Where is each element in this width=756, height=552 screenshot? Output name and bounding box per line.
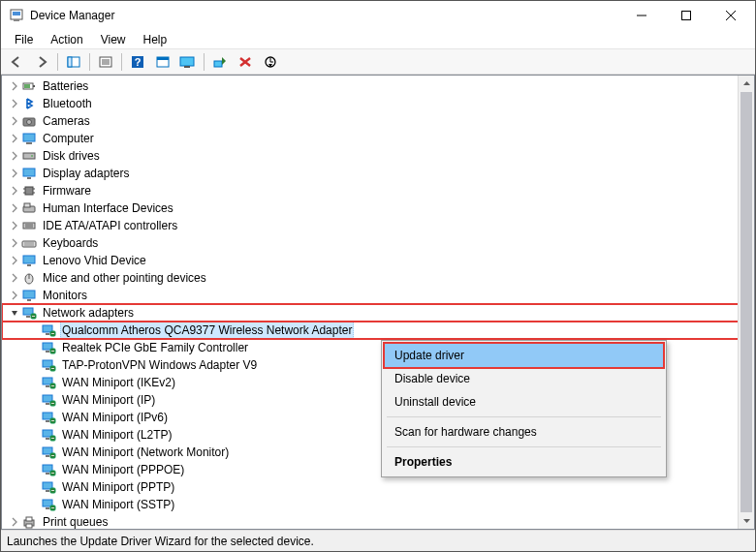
chevron-right-icon[interactable] — [8, 254, 21, 267]
chip-icon — [21, 183, 37, 199]
tree-item[interactable]: Disk drives — [2, 147, 754, 165]
svg-rect-51 — [23, 291, 35, 298]
tree-item[interactable]: Batteries — [2, 77, 754, 95]
minimize-button[interactable] — [619, 1, 664, 30]
display-icon — [21, 166, 37, 181]
monitor-button[interactable] — [176, 51, 200, 73]
svg-text:?: ? — [135, 56, 142, 68]
menu-action[interactable]: Action — [43, 32, 90, 47]
tree-item[interactable]: Mice and other pointing devices — [2, 269, 754, 287]
chevron-right-icon[interactable] — [8, 184, 21, 198]
context-menu-item[interactable]: Disable device — [385, 367, 663, 390]
svg-rect-18 — [184, 66, 190, 68]
tree-item[interactable]: Human Interface Devices — [2, 199, 754, 217]
scroll-down-button[interactable] — [739, 512, 754, 529]
svg-rect-103 — [26, 524, 32, 528]
tree-item[interactable]: Bluetooth — [2, 95, 754, 112]
tree-item-label: WAN Miniport (L2TP) — [60, 427, 174, 443]
scroll-thumb[interactable] — [740, 92, 752, 512]
tree-item[interactable]: WAN Miniport (SSTP) — [2, 496, 754, 513]
tree-item[interactable]: IDE ATA/ATAPI controllers — [2, 217, 754, 234]
menu-help[interactable]: Help — [136, 32, 175, 47]
chevron-right-icon[interactable] — [8, 289, 21, 302]
svg-rect-32 — [23, 169, 35, 176]
tree-item-label: IDE ATA/ATAPI controllers — [41, 218, 179, 233]
console-tree-button[interactable] — [62, 51, 85, 73]
update-driver-button[interactable] — [259, 51, 282, 73]
chevron-right-icon[interactable] — [8, 79, 21, 93]
svg-rect-24 — [33, 85, 35, 87]
chevron-right-icon[interactable] — [8, 97, 21, 110]
svg-rect-102 — [26, 517, 32, 521]
help-button[interactable]: ? — [126, 51, 149, 73]
tree-item[interactable]: Display adapters — [2, 165, 754, 182]
chevron-right-icon[interactable] — [8, 515, 21, 529]
svg-rect-47 — [23, 256, 35, 263]
chevron-right-icon[interactable] — [8, 114, 21, 128]
context-menu-item[interactable]: Properties — [385, 450, 663, 474]
scroll-up-button[interactable] — [739, 76, 754, 92]
maximize-button[interactable] — [664, 1, 709, 30]
hid-icon — [21, 200, 37, 216]
context-menu-item[interactable]: Scan for hardware changes — [385, 420, 663, 444]
toolbar-separator — [204, 53, 205, 71]
window-title: Device Manager — [30, 9, 619, 22]
chevron-right-icon[interactable] — [8, 219, 21, 232]
chevron-right-icon[interactable] — [8, 149, 21, 163]
svg-rect-66 — [46, 368, 49, 370]
svg-rect-40 — [24, 203, 30, 207]
tree-item[interactable]: Network adapters — [2, 304, 754, 322]
tree-item-label: Firmware — [41, 183, 93, 199]
tree-item-label: WAN Miniport (IP) — [60, 392, 157, 408]
chevron-right-icon[interactable] — [8, 236, 21, 250]
chevron-none — [27, 393, 41, 407]
context-menu-item[interactable]: Uninstall device — [385, 390, 663, 414]
enable-device-button[interactable] — [208, 51, 232, 73]
svg-rect-33 — [27, 177, 31, 179]
chevron-right-icon[interactable] — [8, 201, 21, 215]
tree-item-label: Batteries — [41, 78, 90, 94]
tree-item[interactable]: Keyboards — [2, 234, 754, 252]
tree-item[interactable]: Computer — [2, 130, 754, 147]
chevron-right-icon[interactable] — [8, 167, 21, 180]
titlebar: Device Manager — [1, 1, 755, 30]
chevron-none — [27, 498, 41, 511]
menu-file[interactable]: File — [7, 32, 41, 47]
tree-item[interactable]: WAN Miniport (PPTP) — [2, 478, 754, 496]
tree-item[interactable]: Print queues — [2, 513, 754, 529]
tree-item[interactable]: Qualcomm Atheros QCA9377 Wireless Networ… — [2, 322, 754, 339]
tree-item-label: Network adapters — [41, 305, 136, 321]
properties-button[interactable] — [94, 51, 117, 73]
menu-view[interactable]: View — [93, 32, 134, 47]
action-button[interactable] — [151, 51, 174, 73]
bluetooth-icon — [21, 96, 37, 111]
tree-item[interactable]: Cameras — [2, 112, 754, 130]
tree-item[interactable]: Monitors — [2, 287, 754, 304]
svg-rect-48 — [27, 264, 31, 266]
tree-item[interactable]: Lenovo Vhid Device — [2, 252, 754, 269]
back-button[interactable] — [5, 51, 28, 73]
net-icon — [21, 305, 37, 321]
svg-rect-41 — [23, 223, 35, 229]
chevron-right-icon[interactable] — [8, 132, 21, 145]
keyboard-icon — [21, 235, 37, 251]
context-menu-item[interactable]: Update driver — [385, 344, 663, 367]
tree-item-label: Cameras — [41, 113, 92, 129]
chevron-right-icon[interactable] — [8, 271, 21, 285]
context-menu-separator — [387, 446, 661, 447]
tree-item[interactable]: Firmware — [2, 182, 754, 199]
tree-item-label: Computer — [41, 131, 96, 146]
svg-rect-28 — [23, 134, 35, 141]
forward-button[interactable] — [30, 51, 53, 73]
svg-point-27 — [27, 120, 32, 125]
vertical-scrollbar[interactable] — [738, 76, 754, 529]
close-button[interactable] — [709, 1, 753, 30]
svg-rect-8 — [68, 57, 72, 67]
uninstall-device-button[interactable] — [234, 51, 257, 73]
svg-point-31 — [31, 155, 33, 157]
net-icon — [41, 322, 56, 338]
net-icon — [41, 410, 56, 425]
chevron-down-icon[interactable] — [8, 306, 21, 320]
chevron-none — [27, 411, 41, 424]
net-icon — [41, 392, 56, 408]
